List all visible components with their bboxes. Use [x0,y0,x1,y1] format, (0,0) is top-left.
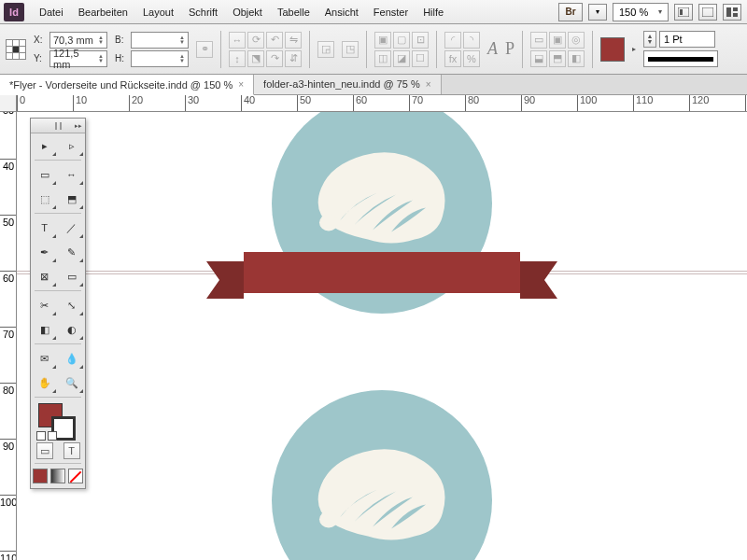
menu-tabelle[interactable]: Tabelle [270,3,317,21]
page-tool[interactable]: ▭ [31,162,58,187]
menu-schrift[interactable]: Schrift [181,3,225,21]
tools-panel[interactable]: ▸▸ ▸▹▭↔⬚⬒T／✒✎⊠▭✂⤡◧◐✉💧✋🔍▭T [30,118,86,489]
horizontal-ruler[interactable]: 0102030405060708090100110120130 [17,95,747,112]
character-panel-icon[interactable]: A [487,39,498,59]
opacity-field[interactable]: % [463,50,480,67]
note-tool[interactable]: ✉ [31,346,58,371]
scissors-tool[interactable]: ✂ [31,293,58,317]
hand-tool[interactable]: ✋ [31,371,58,395]
stroke-weight-stepper[interactable]: ▲▼ [643,31,656,48]
shear-field[interactable]: ⬔ [247,50,264,67]
corner-options-button[interactable]: ◜ [444,32,461,49]
reference-point-proxy[interactable] [6,39,26,60]
apply-none-button[interactable] [68,469,83,483]
flip-h-button[interactable]: ⇋ [285,32,302,49]
rotate-ccw-button[interactable]: ↶ [266,32,283,49]
rotate-field[interactable]: ⟳ [247,32,264,49]
menu-hilfe[interactable]: Hilfe [416,3,451,21]
text-wrap-column-button[interactable]: ⬒ [549,50,566,67]
apply-gradient-button[interactable] [50,469,65,483]
stroke-style-field[interactable] [643,50,718,67]
vertical-ruler[interactable]: 30405060708090100110 [0,112,17,560]
stroke-weight-field[interactable]: 1 Pt [659,31,715,48]
y-field[interactable]: 121,5 mm▲▼ [49,50,107,67]
gradient-swatch-tool[interactable]: ◧ [31,317,58,342]
fill-prop-button[interactable]: ◪ [393,50,410,67]
auto-fit-checkbox[interactable]: ☐ [412,50,429,67]
ruler-tick: 40 [0,159,17,172]
x-label: X: [34,35,47,45]
corner-radius-field[interactable]: ◝ [463,32,480,49]
document-tab[interactable]: *Flyer - Vorderseite und Rückseite.indd … [0,75,254,95]
content-placer-tool[interactable]: ⬒ [58,187,85,211]
view-options-1[interactable] [674,4,693,21]
apply-color-button[interactable] [33,469,48,483]
x-field[interactable]: 70,3 mm▲▼ [49,32,107,49]
ruler-origin[interactable] [0,95,17,112]
line-tool[interactable]: ／ [58,216,85,240]
fit-content-button[interactable]: ▢ [393,32,410,49]
formatting-text-button[interactable]: T [63,442,80,459]
fit-frame-button[interactable]: ◫ [374,50,391,67]
direct-selection-tool[interactable]: ▹ [58,133,85,158]
text-wrap-none-button[interactable]: ▭ [530,32,547,49]
rectangle-tool[interactable]: ▭ [58,264,85,288]
separator [35,160,81,161]
menu-layout[interactable]: Layout [135,3,181,21]
eyedropper-tool[interactable]: 💧 [58,346,85,371]
zoom-tool[interactable]: 🔍 [58,371,85,395]
document-canvas[interactable] [17,112,747,560]
height-field[interactable]: ▲▼ [131,50,189,67]
content-collector-tool[interactable]: ⬚ [31,187,58,211]
paragraph-panel-icon[interactable]: P [505,39,514,59]
pen-tool[interactable]: ✒ [31,240,58,264]
close-icon[interactable]: × [238,79,244,90]
pencil-tool[interactable]: ✎ [58,240,85,264]
text-wrap-bbox-button[interactable]: ▣ [549,32,566,49]
svg-point-6 [319,215,338,231]
menu-datei[interactable]: Datei [32,3,71,21]
gradient-feather-tool[interactable]: ◐ [58,317,85,342]
tools-panel-header[interactable]: ▸▸ [31,119,85,133]
bridge-dropdown[interactable]: ▾ [588,4,607,21]
gap-tool[interactable]: ↔ [58,162,85,187]
menu-ansicht[interactable]: Ansicht [317,3,366,21]
logo-circle-bottom[interactable] [272,390,492,560]
ruler-tick: 100 [577,95,597,112]
text-wrap-shape-button[interactable]: ◎ [568,32,585,49]
type-tool[interactable]: T [31,216,58,240]
document-tab[interactable]: folder-a3-hinten_neu.indd @ 75 %× [254,74,442,94]
menu-bearbeiten[interactable]: Bearbeiten [71,3,135,21]
scale-y-field[interactable]: ↕ [229,50,246,67]
menu-bar: Id DateiBearbeitenLayoutSchriftObjektTab… [0,0,747,24]
flip-v-button[interactable]: ⇵ [285,50,302,67]
select-container-button[interactable]: ◲ [317,41,334,58]
rotate-cw-button[interactable]: ↷ [266,50,283,67]
constrain-proportions-icon[interactable]: ⚭ [196,41,213,58]
fill-stroke-swatches[interactable] [31,399,85,441]
center-content-button[interactable]: ⊡ [412,32,429,49]
swap-colors-icon[interactable] [48,431,57,441]
effects-button[interactable]: fx [444,50,461,67]
fill-frame-button[interactable]: ▣ [374,32,391,49]
menu-fenster[interactable]: Fenster [366,3,416,21]
select-content-button[interactable]: ◳ [342,41,359,58]
text-wrap-jump-button[interactable]: ⬓ [530,50,547,67]
default-colors-icon[interactable] [36,431,46,441]
ruler-tick: 60 [0,271,17,284]
free-transform-tool[interactable]: ⤡ [58,293,85,317]
bridge-button[interactable]: Br [558,3,583,21]
fill-color-swatch[interactable] [600,37,625,62]
ribbon-banner[interactable] [148,252,615,306]
scale-x-field[interactable]: ↔ [229,32,246,49]
zoom-level-field[interactable]: 150 % ▾ [613,3,669,21]
selection-tool[interactable]: ▸ [31,133,58,158]
close-icon[interactable]: × [426,79,431,90]
width-field[interactable]: ▲▼ [131,32,189,49]
menu-objekt[interactable]: Objekt [225,3,270,21]
arrange-documents-button[interactable] [723,4,741,21]
rectangle-frame-tool[interactable]: ⊠ [31,264,58,288]
text-wrap-invert-button[interactable]: ◧ [568,50,585,67]
formatting-container-button[interactable]: ▭ [36,442,53,459]
screen-mode-button[interactable] [698,4,717,21]
